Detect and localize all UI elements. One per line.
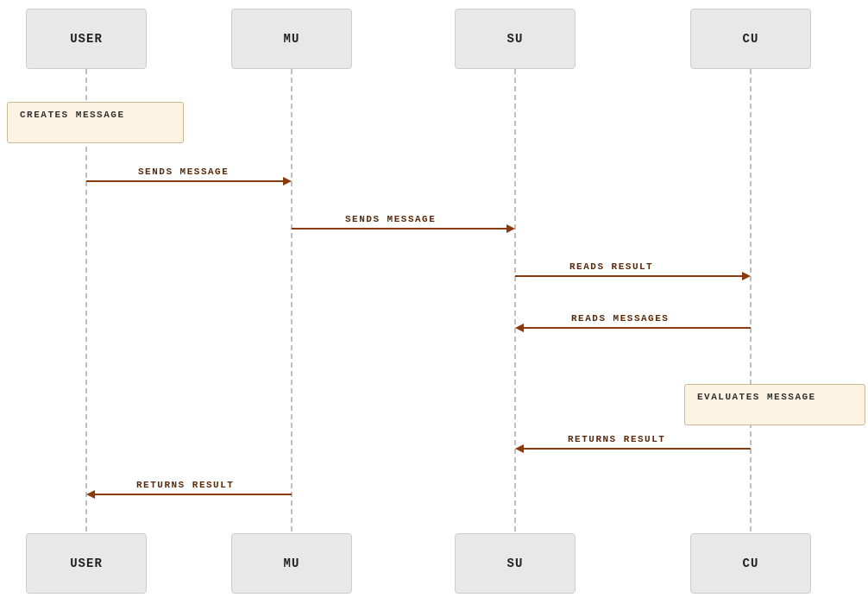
actor-su-bottom-label: SU: [507, 557, 524, 570]
label-sends-message-2: SENDS MESSAGE: [345, 214, 436, 224]
actor-user-bottom: USER: [26, 533, 147, 594]
diagram-svg: [0, 0, 868, 604]
svg-marker-7: [506, 224, 515, 233]
actor-cu-top: CU: [690, 9, 811, 69]
actor-su-top: SU: [455, 9, 576, 69]
svg-marker-11: [515, 324, 524, 332]
svg-marker-5: [283, 177, 292, 186]
actor-user-top-label: USER: [70, 32, 103, 46]
svg-marker-15: [86, 490, 95, 499]
note-evaluates-message: EVALUATES MESSAGE: [684, 384, 865, 425]
actor-cu-bottom-label: CU: [743, 557, 759, 570]
actor-mu-top-label: MU: [284, 32, 300, 46]
label-sends-message-1: SENDS MESSAGE: [138, 167, 229, 177]
actor-mu-top: MU: [231, 9, 352, 69]
actor-su-top-label: SU: [507, 32, 524, 46]
actor-user-bottom-label: USER: [70, 557, 103, 570]
actor-mu-bottom: MU: [231, 533, 352, 594]
note-creates-message: CREATES MESSAGE: [7, 102, 184, 143]
sequence-diagram: USER MU SU CU USER MU SU CU CREATES MESS…: [0, 0, 868, 604]
actor-cu-bottom: CU: [690, 533, 811, 594]
actor-cu-top-label: CU: [743, 32, 759, 46]
svg-marker-13: [515, 444, 524, 453]
label-returns-result-2: RETURNS RESULT: [136, 480, 234, 490]
actor-su-bottom: SU: [455, 533, 576, 594]
label-reads-result-1: READS RESULT: [569, 261, 653, 272]
actor-user-top: USER: [26, 9, 147, 69]
actor-mu-bottom-label: MU: [284, 557, 300, 570]
label-returns-result-1: RETURNS RESULT: [568, 434, 665, 444]
svg-marker-9: [742, 272, 751, 280]
label-reads-messages: READS MESSAGES: [571, 313, 669, 324]
